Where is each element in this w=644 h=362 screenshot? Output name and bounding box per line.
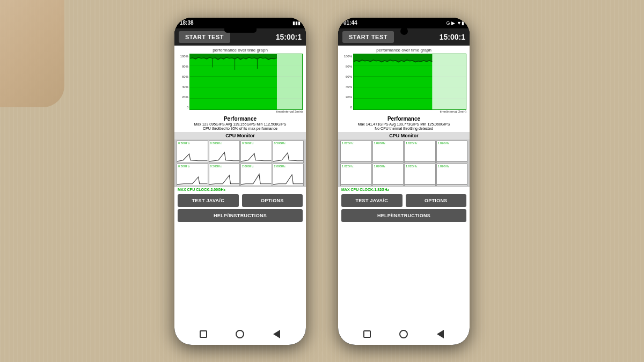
btn-row-2: TEST JAVA/C OPTIONS: [341, 194, 466, 207]
graph-area-1: [189, 54, 303, 110]
cpu-monitor-title-2: CPU Monitor: [338, 132, 470, 139]
cpu-label-1-3: 0.50GHz: [273, 141, 287, 145]
status-bar-1: 18:38 ▮▮▮: [174, 18, 306, 28]
cpu-cell-2-0: 1.82GHz: [340, 141, 372, 163]
cpu-cell-1-6: 2.00GHz: [240, 164, 272, 186]
status-time-1: 18:38: [180, 20, 194, 26]
cpu-cell-2-7: 1.82GHz: [436, 164, 468, 186]
status-bar-2: 01:44 G ▶ ▼▮: [338, 18, 470, 28]
perf-stats-2: Max 141,471GIPS Avg 139,773GIPS Min 125,…: [341, 122, 466, 126]
cpu-label-1-2: 0.50GHz: [241, 141, 255, 145]
graph-svg-2: [354, 54, 466, 109]
perf-stats-1: Max 123,095GIPS Avg 119,155GIPS Min 112,…: [178, 122, 303, 126]
cpu-monitor-title-1: CPU Monitor: [174, 132, 306, 139]
wifi-icon-2: ▼▮: [457, 20, 464, 26]
y2-label-40: 40%: [341, 85, 353, 88]
nav-back-2[interactable]: [436, 329, 445, 339]
cpu-svg-1-1: [209, 145, 240, 162]
cpu-cell-1-4: 0.50GHz: [177, 164, 208, 186]
cpu-cell-1-5: 0.50GHz: [209, 164, 240, 186]
cpu-label-2-2: 1.82GHz: [405, 141, 419, 145]
nav-home-1[interactable]: [235, 329, 245, 339]
svg-marker-6: [354, 54, 432, 62]
start-test-button-2[interactable]: START TEST: [342, 31, 394, 43]
cpu-cell-2-4: 1.82GHz: [340, 164, 372, 186]
phone-1-screen: 18:38 ▮▮▮ START TEST 15:00:1 performance…: [174, 18, 306, 345]
navbar-2: [338, 323, 470, 345]
cpu-svg-2-0: [341, 145, 371, 162]
nav-recent-1[interactable]: [199, 329, 208, 339]
graph-svg-1: [190, 54, 302, 109]
cpu-label-1-7: 2.00GHz: [273, 164, 287, 168]
notch-2: [400, 27, 408, 35]
graph-container-1: 100% 80% 60% 40% 20% 0: [178, 54, 303, 110]
phone-1: 18:38 ▮▮▮ START TEST 15:00:1 performance…: [174, 18, 306, 345]
y2-label-20: 20%: [341, 95, 353, 99]
nav-home-2[interactable]: [399, 329, 408, 339]
nav-back-1[interactable]: [272, 329, 282, 339]
timer-1: 15:00:1: [276, 33, 302, 41]
cpu-cell-1-7: 2.00GHz: [273, 164, 304, 186]
nav-triangle-icon-2: [437, 330, 444, 338]
navbar-1: [174, 323, 306, 345]
cpu-svg-2-1: [373, 145, 404, 162]
cpu-svg-1-6: [241, 168, 272, 186]
max-cpu-2: MAX CPU CLOCK:1.82GHz: [338, 187, 470, 192]
test-java-button-1[interactable]: TEST JAVA/C: [178, 194, 239, 207]
graph-title-1: performance over time graph: [178, 48, 303, 53]
y-label-60: 60%: [178, 75, 189, 78]
cpu-svg-1-0: [177, 145, 208, 162]
nav-square-icon-2: [363, 330, 371, 338]
cpu-svg-1-4: [177, 168, 208, 186]
cpu-cell-2-6: 1.82GHz: [404, 164, 436, 186]
perf-section-1: Performance Max 123,095GIPS Avg 119,155G…: [174, 114, 306, 132]
cpu-cell-2-5: 1.82GHz: [372, 164, 404, 186]
btn-row-help-2: HELP/INSTRUCTIONS: [341, 209, 466, 222]
app-content-1: performance over time graph 100% 80% 60%…: [174, 46, 306, 323]
help-button-1[interactable]: HELP/INSTRUCTIONS: [178, 209, 303, 222]
y2-label-100: 100%: [341, 55, 353, 58]
y-label-40: 40%: [178, 85, 189, 88]
status-icons-2: G ▶ ▼▮: [447, 20, 464, 26]
test-java-button-2[interactable]: TEST JAVA/C: [341, 194, 402, 207]
cpu-label-1-5: 0.50GHz: [209, 164, 223, 168]
bottom-buttons-1: TEST JAVA/C OPTIONS HELP/INSTRUCTIONS: [174, 192, 306, 223]
cpu-label-2-5: 1.82GHz: [373, 164, 387, 168]
cpu-svg-1-3: [273, 145, 304, 162]
options-button-1[interactable]: OPTIONS: [242, 194, 303, 207]
help-button-2[interactable]: HELP/INSTRUCTIONS: [341, 209, 466, 222]
y2-label-80: 80%: [341, 65, 353, 68]
hand-hint: [0, 0, 64, 107]
svg-rect-0: [277, 54, 302, 109]
cpu-label-2-0: 1.82GHz: [341, 141, 355, 145]
cpu-label-1-0: 0.50GHz: [177, 141, 191, 145]
cpu-svg-2-2: [405, 145, 435, 162]
nav-recent-2[interactable]: [362, 329, 372, 339]
perf-throttle-1: CPU throttled to 95% of its max performa…: [178, 127, 303, 130]
cpu-label-2-7: 1.82GHz: [437, 164, 451, 168]
cpu-cell-1-0: 0.50GHz: [177, 141, 208, 163]
y-label-0: 0: [178, 106, 189, 109]
cpu-label-2-4: 1.82GHz: [341, 164, 355, 168]
cpu-svg-1-2: [241, 145, 272, 162]
cpu-label-2-6: 1.82GHz: [405, 164, 419, 168]
cpu-label-2-3: 1.82GHz: [437, 141, 451, 145]
notch-1: [224, 28, 257, 33]
cpu-label-2-1: 1.82GHz: [373, 141, 387, 145]
status-icons-1: ▮▮▮: [292, 20, 301, 26]
perf-section-2: Performance Max 141,471GIPS Avg 139,773G…: [338, 114, 470, 132]
y2-label-60: 60%: [341, 75, 353, 78]
graph-area-2: [353, 54, 466, 110]
graph-y-labels-2: 100% 80% 60% 40% 20% 0: [341, 54, 353, 110]
graph-section-2: performance over time graph 100% 80% 60%…: [338, 46, 470, 114]
cpu-label-1-4: 0.50GHz: [177, 164, 191, 168]
graph-time-label-2: time(interval 2min): [353, 110, 466, 113]
perf-title-2: Performance: [341, 116, 466, 122]
network-icon-2: G ▶: [447, 20, 456, 26]
start-test-button-1[interactable]: START TEST: [179, 31, 230, 43]
cpu-cell-2-1: 1.82GHz: [372, 141, 404, 163]
perf-title-1: Performance: [178, 116, 303, 122]
cpu-svg-2-3: [437, 145, 467, 162]
options-button-2[interactable]: OPTIONS: [406, 194, 467, 207]
y-label-20: 20%: [178, 95, 189, 99]
